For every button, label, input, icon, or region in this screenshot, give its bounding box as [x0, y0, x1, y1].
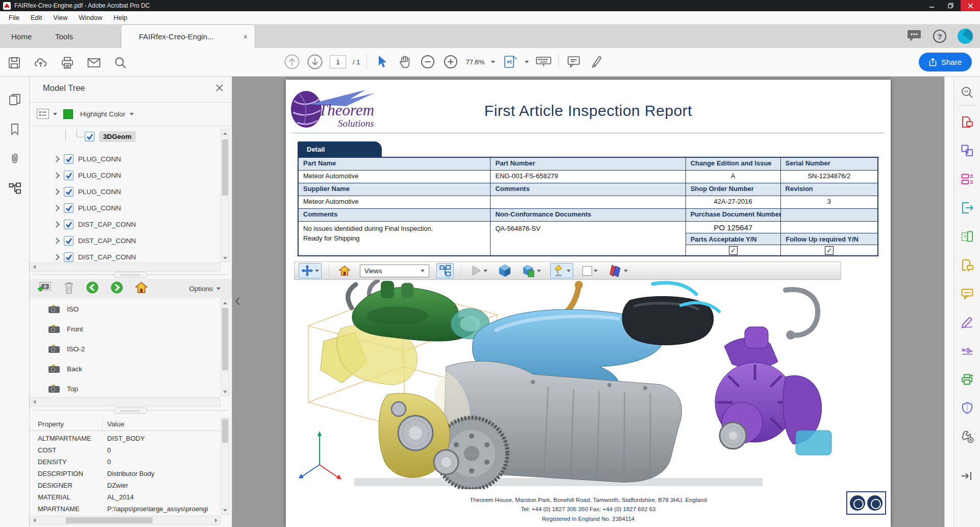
views-vertical-scrollbar[interactable]	[220, 298, 230, 396]
search-document-icon[interactable]	[961, 86, 974, 99]
tree-item-plug-conn[interactable]: PLUG_CONN	[54, 152, 121, 165]
panel-splitter[interactable]	[30, 271, 232, 279]
tree-checkbox[interactable]	[64, 203, 74, 213]
document-scrollbar[interactable]	[944, 77, 953, 527]
expand-tools-icon[interactable]	[961, 471, 974, 484]
highlighter-icon[interactable]	[589, 54, 605, 70]
3d-viewport[interactable]	[293, 280, 890, 489]
background-caret-icon[interactable]	[594, 270, 598, 272]
tree-item-plug-conn[interactable]: PLUG_CONN	[54, 201, 121, 214]
tree-checkbox[interactable]	[64, 236, 74, 246]
engine-3d-model[interactable]	[293, 280, 890, 489]
protect-pdf-icon[interactable]	[961, 401, 974, 415]
expand-chevron-icon[interactable]	[53, 237, 60, 244]
export-pdf-icon[interactable]	[961, 201, 974, 214]
upload-cloud-icon[interactable]	[33, 55, 49, 71]
edit-pdf-icon[interactable]	[961, 230, 974, 243]
tree-item-dist-cap-conn[interactable]: DIST_CAP_CONN	[54, 218, 136, 231]
panel-splitter[interactable]	[30, 406, 232, 415]
show-hide-caret-icon[interactable]	[537, 270, 541, 272]
views-scrollbar-thumb[interactable]	[222, 308, 228, 370]
background-color-button[interactable]	[580, 263, 600, 278]
show-hide-parts-button[interactable]	[520, 263, 543, 278]
create-pdf-icon[interactable]	[961, 115, 974, 129]
tree-checkbox[interactable]	[85, 132, 94, 141]
tree-checkbox[interactable]	[64, 154, 74, 164]
close-button[interactable]	[961, 0, 980, 11]
tree-checkbox[interactable]	[64, 171, 74, 180]
tree-display-caret-icon[interactable]	[53, 113, 57, 115]
touch-mode-icon[interactable]	[535, 54, 552, 70]
menu-edit[interactable]: Edit	[25, 11, 47, 25]
view-item-iso[interactable]: ISO	[48, 302, 79, 316]
bookmarks-icon[interactable]	[8, 123, 21, 136]
page-thumbnails-icon[interactable]	[8, 93, 21, 106]
add-view-icon[interactable]	[37, 281, 52, 296]
fit-page-caret-icon[interactable]	[525, 61, 529, 63]
view-item-front[interactable]: Front	[48, 322, 83, 336]
view-item-iso-2[interactable]: ISO-2	[48, 342, 85, 355]
zoom-caret-icon[interactable]	[491, 61, 495, 63]
scan-ocr-icon[interactable]	[961, 373, 974, 386]
request-signatures-icon[interactable]	[961, 344, 974, 357]
model-tree-panel-icon[interactable]	[8, 182, 21, 195]
zoom-in-icon[interactable]	[443, 54, 459, 70]
expand-chevron-icon[interactable]	[53, 205, 60, 211]
tree-checkbox[interactable]	[64, 187, 74, 197]
panel-close-icon[interactable]	[215, 84, 224, 92]
comment-icon[interactable]	[566, 54, 582, 70]
avatar[interactable]	[958, 29, 973, 44]
menu-help[interactable]: Help	[108, 11, 133, 25]
lighting-caret-icon[interactable]	[567, 270, 571, 272]
notifications-icon[interactable]	[906, 29, 922, 44]
save-icon[interactable]	[6, 55, 22, 71]
properties-hscrollbar-thumb[interactable]	[66, 517, 153, 523]
default-view-home-icon[interactable]	[135, 281, 148, 296]
organize-pages-icon[interactable]	[961, 173, 974, 186]
tree-display-options-icon[interactable]	[37, 109, 49, 119]
hand-tool-icon[interactable]	[397, 54, 413, 70]
tree-vertical-scrollbar[interactable]	[220, 129, 230, 262]
minimize-button[interactable]	[922, 0, 941, 11]
tree-item-3dgeom[interactable]: 3DGeom	[85, 130, 136, 143]
expand-chevron-icon[interactable]	[53, 156, 60, 162]
tree-scrollbar-thumb[interactable]	[222, 139, 228, 196]
highlight-color-swatch[interactable]	[63, 109, 73, 119]
properties-vertical-scrollbar[interactable]	[220, 418, 230, 515]
email-icon[interactable]	[86, 55, 102, 71]
attachments-icon[interactable]	[8, 152, 21, 165]
expand-chevron-icon[interactable]	[53, 221, 60, 228]
next-view-icon[interactable]	[110, 281, 124, 296]
tree-item-plug-conn[interactable]: PLUG_CONN	[54, 185, 121, 198]
section-caret-icon[interactable]	[624, 270, 628, 272]
tree-item-plug-conn[interactable]: PLUG_CONN	[54, 169, 121, 182]
collapse-panel-icon[interactable]	[234, 296, 240, 308]
select-tool-icon[interactable]	[374, 54, 390, 70]
zoom-out-icon[interactable]	[420, 54, 436, 70]
views-horizontal-scrollbar[interactable]	[30, 397, 220, 406]
highlight-color-caret-icon[interactable]	[130, 113, 134, 115]
menu-file[interactable]: File	[3, 11, 25, 25]
tab-home[interactable]: Home	[11, 25, 32, 48]
play-caret-icon[interactable]	[483, 270, 487, 272]
delete-view-icon[interactable]	[63, 281, 75, 296]
view-item-back[interactable]: Back	[48, 362, 82, 375]
play-animation-button[interactable]	[469, 263, 489, 278]
tab-document[interactable]: FAIRfex-Creo-Engin... ×	[121, 25, 255, 48]
page-number-input[interactable]	[330, 55, 346, 68]
lighting-button[interactable]	[550, 263, 573, 278]
previous-view-icon[interactable]	[86, 281, 99, 296]
combine-files-icon[interactable]	[961, 144, 974, 157]
model-tree-toggle-button[interactable]	[436, 263, 454, 278]
tab-tools[interactable]: Tools	[55, 25, 73, 48]
tree-item-dist-cap-conn[interactable]: DIST_CAP_CONN	[54, 234, 136, 247]
render-mode-button[interactable]	[497, 263, 513, 278]
view-item-top[interactable]: Top	[48, 382, 78, 395]
menu-view[interactable]: View	[47, 11, 73, 25]
default-view-button[interactable]	[336, 263, 353, 278]
tree-item-dist-cap-conn[interactable]: DIST_CAP_CONN	[54, 250, 136, 264]
properties-scrollbar-thumb[interactable]	[222, 419, 228, 443]
rotate-caret-icon[interactable]	[315, 270, 319, 272]
expand-chevron-icon[interactable]	[53, 188, 60, 195]
more-tools-icon[interactable]	[961, 430, 974, 443]
